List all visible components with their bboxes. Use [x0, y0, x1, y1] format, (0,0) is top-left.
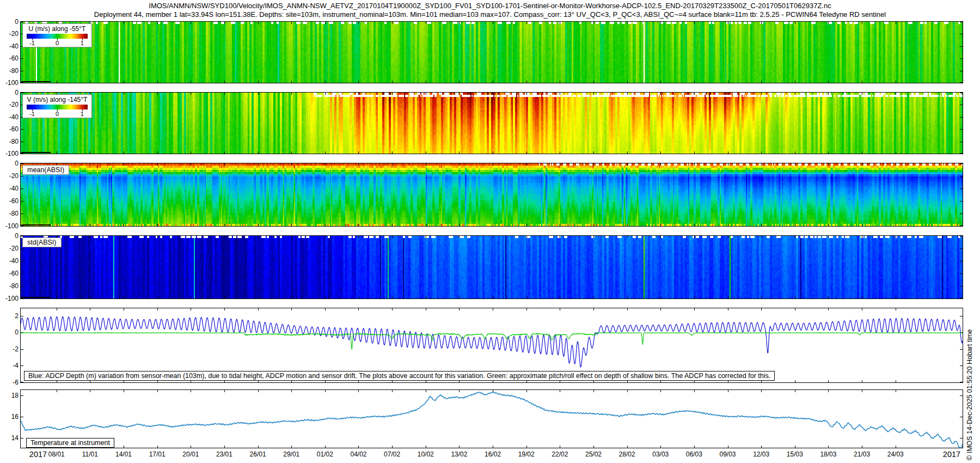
u-colorbar: [27, 34, 88, 39]
y-tick-label: -2: [0, 345, 19, 353]
colorbar-tick-label: 1: [81, 111, 84, 117]
temperature-lineplot: [21, 390, 963, 448]
x-tick-label: 16/02: [476, 450, 509, 458]
x-tick-label: 03/03: [644, 450, 677, 458]
x-tick-label: 18/03: [812, 450, 844, 458]
y-tick-label: -20: [0, 172, 19, 180]
imos-copyright-text: © IMOS 14-Dec-2025 01:55:20 Hobart time: [966, 329, 973, 460]
y-tick-label: -100: [0, 79, 19, 87]
x-tick-label: 29/01: [275, 450, 308, 458]
y-tick-label: -40: [0, 257, 19, 265]
v-velocity-panel: V (m/s) along -145°T -101: [21, 93, 963, 154]
temperature-label: Temperature at instrument: [26, 438, 114, 448]
y-tick-label: -40: [0, 185, 19, 192]
depth-variation-annotation: Blue: ADCP Depth (m) variation from sens…: [24, 371, 775, 381]
x-tick-label: 01/02: [309, 450, 341, 458]
y-tick-label: -60: [0, 197, 19, 205]
u-velocity-heatmap: [21, 22, 963, 83]
y-tick-label: 0: [0, 232, 19, 240]
y-tick-label: -80: [0, 210, 19, 217]
y-tick-label: 16: [0, 413, 19, 421]
y-tick-label: 18: [0, 392, 19, 399]
x-tick-label: 28/02: [611, 450, 644, 458]
x-tick-label: 10/02: [409, 450, 442, 458]
y-tick-label: 14: [0, 434, 19, 442]
x-tick-label: 07/02: [376, 450, 408, 458]
y-tick-label: 0: [0, 328, 19, 336]
x-tick-label: 04/02: [342, 450, 375, 458]
x-tick-label: 14/01: [107, 450, 140, 458]
x-tick-label: 17/01: [141, 450, 174, 458]
figure-title-line1: IMOS/ANMN/NSW/SYD100/Velocity/IMOS_ANMN-…: [0, 2, 980, 10]
depth-variation-panel: Blue: ADCP Depth (m) variation from sens…: [21, 308, 963, 382]
std-absi-heatmap: [21, 236, 963, 298]
x-tick-label: 22/02: [543, 450, 576, 458]
mean-absi-panel: mean(ABSI): [21, 163, 963, 226]
x-tick-label: 24/03: [879, 450, 912, 458]
y-tick-label: -80: [0, 67, 19, 75]
y-tick-label: -20: [0, 101, 19, 108]
std-absi-label: std(ABSI): [22, 237, 62, 247]
y-tick-label: -60: [0, 270, 19, 277]
y-tick-label: -80: [0, 138, 19, 145]
v-velocity-heatmap: [21, 93, 963, 154]
colorbar-tick-label: -1: [29, 111, 35, 117]
x-tick-label: 26/01: [242, 450, 274, 458]
x-tick-label: 25/02: [577, 450, 610, 458]
std-absi-panel: std(ABSI): [21, 236, 963, 298]
x-tick-label: 09/03: [712, 450, 744, 458]
colorbar-tick-label: 1: [81, 40, 84, 46]
mean-absi-label: mean(ABSI): [22, 165, 69, 175]
colorbar-tick-label: 0: [56, 111, 59, 117]
x-tick-label: 19/02: [510, 450, 543, 458]
x-tick-label: 11/01: [74, 450, 106, 458]
y-tick-label: -40: [0, 113, 19, 121]
v-colorbar-wrap: -101: [27, 105, 88, 109]
x-tick-label: 15/03: [779, 450, 811, 458]
u-colorbar-wrap: -101: [27, 34, 88, 39]
u-velocity-panel: U (m/s) along -55°T -101: [21, 22, 963, 83]
y-tick-label: -40: [0, 42, 19, 50]
v-colorbar-legend: V (m/s) along -145°T -101: [22, 94, 92, 118]
y-tick-label: -20: [0, 30, 19, 38]
figure: IMOS/ANMN/NSW/SYD100/Velocity/IMOS_ANMN-…: [0, 0, 980, 463]
x-tick-label: 21/03: [846, 450, 878, 458]
u-colorbar-legend: U (m/s) along -55°T -101: [22, 23, 92, 47]
y-tick-label: -80: [0, 282, 19, 290]
colorbar-tick-label: 0: [56, 40, 59, 46]
y-tick-label: -60: [0, 125, 19, 133]
u-legend-title: U (m/s) along -55°T: [27, 25, 88, 33]
y-tick-label: -100: [0, 150, 19, 157]
y-tick-label: -60: [0, 54, 19, 62]
y-tick-label: -100: [0, 295, 19, 302]
x-year-label-right: 2017: [934, 450, 969, 459]
y-tick-label: -6: [0, 379, 19, 386]
v-legend-title: V (m/s) along -145°T: [27, 96, 88, 103]
x-tick-label: 20/01: [174, 450, 207, 458]
x-tick-label: 23/01: [208, 450, 241, 458]
x-tick-label: 06/03: [678, 450, 710, 458]
x-year-label-left: 2017: [22, 450, 54, 459]
y-tick-label: -4: [0, 362, 19, 369]
temperature-panel: Temperature at instrument: [21, 390, 963, 448]
y-tick-label: 0: [0, 18, 19, 26]
y-tick-label: 0: [0, 160, 19, 167]
colorbar-tick-label: -1: [29, 40, 35, 46]
figure-title-line2: Deployment 44, member 1 lat=33.94S lon=1…: [0, 10, 980, 19]
y-tick-label: -100: [0, 222, 19, 230]
y-tick-label: -20: [0, 245, 19, 252]
mean-absi-heatmap: [21, 163, 963, 226]
v-colorbar: [27, 105, 88, 109]
x-tick-label: 13/02: [443, 450, 475, 458]
y-tick-label: 0: [0, 89, 19, 96]
x-tick-label: 12/03: [745, 450, 777, 458]
y-tick-label: 2: [0, 312, 19, 320]
